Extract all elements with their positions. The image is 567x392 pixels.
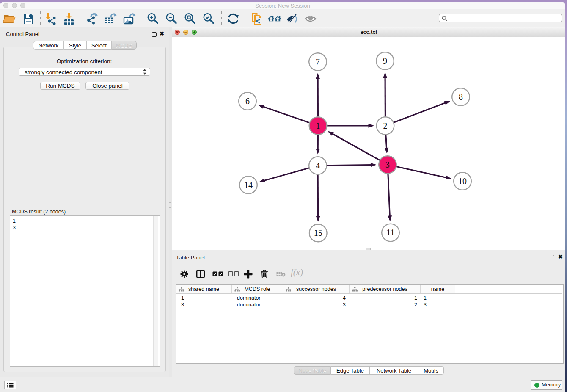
svg-text:3: 3 [385,160,390,169]
svg-text:6: 6 [245,97,250,106]
svg-text:11: 11 [386,228,394,237]
svg-text:14: 14 [244,180,253,190]
svg-text:8: 8 [459,92,463,102]
svg-text:7: 7 [316,57,320,66]
svg-text:9: 9 [383,56,387,66]
svg-text:10: 10 [458,177,467,186]
svg-text:2: 2 [383,121,388,130]
svg-text:4: 4 [316,161,320,170]
svg-text:15: 15 [314,228,322,237]
svg-text:1: 1 [316,121,320,130]
